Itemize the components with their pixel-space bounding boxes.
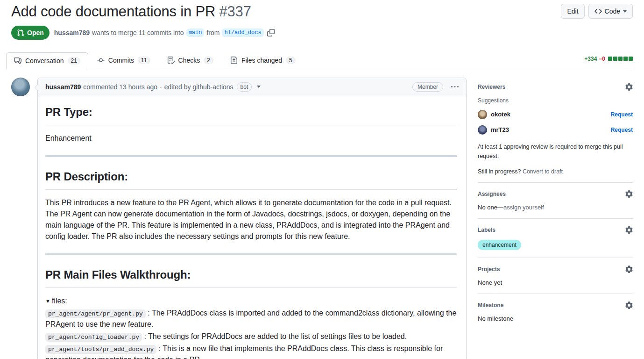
tab-files-changed-label: Files changed <box>241 57 282 64</box>
comment-header: hussam789 commented 13 hours ago · edite… <box>38 78 466 96</box>
review-requirement-note: At least 1 approving review is required … <box>478 142 633 161</box>
checklist-icon <box>167 57 175 64</box>
edit-history-chevron-icon[interactable] <box>257 86 261 88</box>
diffstat: +334 −0 <box>584 56 633 65</box>
diff-block <box>608 57 612 61</box>
diff-block <box>618 57 623 61</box>
pr-comment: hussam789 commented 13 hours ago · edite… <box>37 78 467 359</box>
tab-commits[interactable]: Commits 11 <box>89 52 158 69</box>
avatar <box>478 125 487 135</box>
code-button[interactable]: Code <box>588 4 633 19</box>
section-heading-walkthrough: PR Main Files Walkthrough: <box>45 266 457 288</box>
tab-commits-label: Commits <box>108 57 134 64</box>
triangle-down-icon: ▼ <box>45 298 50 304</box>
comment-author[interactable]: hussam789 <box>45 83 81 91</box>
assignees-title: Assignees <box>478 191 506 197</box>
comment-action-text: commented 13 hours ago <box>83 83 157 91</box>
projects-title: Projects <box>478 266 500 273</box>
file-description: : The settings for PRAddDocs are added t… <box>142 332 407 340</box>
dot-separator: · <box>160 83 162 91</box>
member-badge: Member <box>412 82 443 92</box>
still-in-progress-text: Still in progress? <box>478 168 521 175</box>
git-pull-request-icon <box>17 29 24 36</box>
gear-icon[interactable] <box>625 190 633 198</box>
reviewers-title: Reviewers <box>478 84 505 90</box>
edited-by-text: edited by github-actions <box>164 83 234 91</box>
convert-to-draft-link[interactable]: Convert to draft <box>523 168 563 175</box>
diff-block <box>629 57 633 61</box>
tab-checks-label: Checks <box>178 57 200 64</box>
file-path-chip: pr_agent/agent/pr_agent.py <box>45 309 146 318</box>
git-commit-icon <box>97 57 105 64</box>
diff-block <box>613 57 617 61</box>
code-button-label: Code <box>605 7 620 15</box>
copy-icon[interactable] <box>267 29 275 36</box>
milestone-empty-text: No milestone <box>478 315 633 322</box>
pr-header: Add code documentations in PR #337 Edit … <box>11 0 633 40</box>
pr-tabnav: Conversation 21 Commits 11 Checks 2 File… <box>6 52 633 69</box>
sidebar-section-milestone: Milestone No milestone <box>478 294 633 330</box>
pr-state-label: Open <box>27 29 44 36</box>
diffstat-deletions: −0 <box>599 56 605 62</box>
bot-badge: bot <box>237 82 252 92</box>
pr-type-value: Enhancement <box>45 133 457 144</box>
reviewer-name[interactable]: mrT23 <box>491 126 509 133</box>
request-review-link[interactable]: Request <box>611 127 633 133</box>
tab-commits-count: 11 <box>138 57 150 64</box>
file-walkthrough-row: pr_agent/config_loader.py : The settings… <box>45 331 457 342</box>
sidebar-section-assignees: Assignees No one—assign yourself <box>478 182 633 218</box>
pr-description-text: This PR introduces a new feature to the … <box>45 197 457 242</box>
tab-files-changed-count: 5 <box>286 57 296 64</box>
tab-conversation-count: 21 <box>68 57 80 65</box>
pr-author[interactable]: hussam789 <box>54 29 90 36</box>
tab-conversation[interactable]: Conversation 21 <box>6 52 88 69</box>
pr-number: #337 <box>219 3 251 20</box>
section-heading-pr-description: PR Description: <box>45 168 457 190</box>
sidebar-section-projects: Projects None yet <box>478 258 633 294</box>
request-review-link[interactable]: Request <box>611 111 633 118</box>
section-heading-pr-type: PR Type: <box>45 104 457 125</box>
suggestions-label: Suggestions <box>478 97 633 104</box>
diff-block <box>623 57 628 61</box>
files-summary-label: files: <box>52 297 67 305</box>
page-title: Add code documentations in PR #337 <box>11 3 251 21</box>
head-branch-chip[interactable]: hl/add_docs <box>222 29 263 37</box>
file-walkthrough-row: pr_agent/agent/pr_agent.py : The PRAddDo… <box>45 308 457 330</box>
merge-action-text: wants to merge 11 commits into <box>92 29 184 36</box>
reviewer-name[interactable]: okotek <box>491 111 510 118</box>
reviewer-suggestion-row: okotek Request <box>478 110 633 119</box>
file-walkthrough-row: pr_agent/tools/pr_add_docs.py : This is … <box>45 343 457 359</box>
reviewer-suggestion-row: mrT23 Request <box>478 125 633 135</box>
tab-conversation-label: Conversation <box>25 57 64 65</box>
divider <box>45 155 457 157</box>
from-text: from <box>206 29 219 36</box>
gear-icon[interactable] <box>625 266 633 273</box>
assign-yourself-link[interactable]: assign yourself <box>503 204 544 211</box>
avatar[interactable] <box>11 78 30 96</box>
base-branch-chip[interactable]: main <box>186 29 205 37</box>
diffstat-additions: +334 <box>584 56 597 62</box>
files-disclosure[interactable]: ▼files: <box>45 295 457 307</box>
gear-icon[interactable] <box>625 302 633 309</box>
file-diff-icon <box>230 57 238 64</box>
label-enhancement[interactable]: enhancement <box>478 240 521 250</box>
labels-title: Labels <box>478 227 495 233</box>
pr-title-text: Add code documentations in PR <box>11 3 215 20</box>
projects-empty-text: None yet <box>478 279 633 286</box>
pr-sidebar: Reviewers Suggestions okotek Request mrT… <box>478 78 633 330</box>
edit-button[interactable]: Edit <box>561 4 584 19</box>
tab-checks[interactable]: Checks 2 <box>159 52 221 69</box>
tab-files-changed[interactable]: Files changed 5 <box>222 52 304 69</box>
chevron-down-icon <box>623 10 627 13</box>
gear-icon[interactable] <box>625 226 633 234</box>
file-path-chip: pr_agent/config_loader.py <box>45 333 142 342</box>
diffstat-blocks <box>608 57 633 61</box>
gear-icon[interactable] <box>625 83 633 91</box>
kebab-menu-icon[interactable] <box>451 83 459 91</box>
milestone-title: Milestone <box>478 302 503 309</box>
tab-checks-count: 2 <box>204 57 213 64</box>
sidebar-section-reviewers: Reviewers Suggestions okotek Request mrT… <box>478 78 633 182</box>
code-icon <box>594 7 602 15</box>
pr-state-badge: Open <box>11 26 50 40</box>
comment-body: PR Type: Enhancement PR Description: Thi… <box>38 96 466 359</box>
